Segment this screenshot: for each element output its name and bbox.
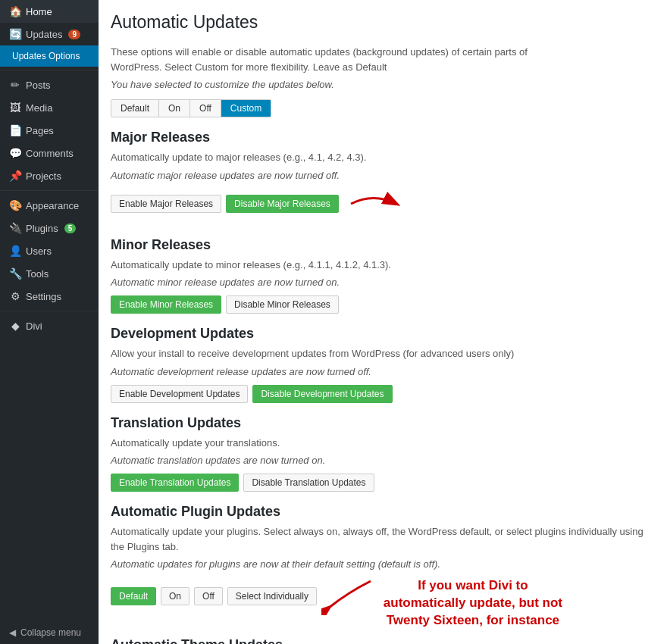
disable-major-releases-btn[interactable]: Disable Major Releases bbox=[226, 195, 339, 213]
enable-development-updates-btn[interactable]: Enable Development Updates bbox=[111, 385, 248, 403]
plugin-updates-status: Automatic updates for plugins are now at… bbox=[111, 558, 655, 570]
arrow-major bbox=[343, 189, 404, 219]
sidebar-item-users[interactable]: 👤 Users bbox=[0, 239, 99, 262]
sidebar-item-appearance[interactable]: 🎨 Appearance bbox=[0, 194, 99, 217]
page-top-desc: These options will enable or disable aut… bbox=[111, 45, 565, 74]
development-updates-section: Development Updates Allow your install t… bbox=[111, 326, 655, 403]
projects-icon: 📌 bbox=[9, 170, 21, 182]
plugins-icon: 🔌 bbox=[9, 222, 21, 234]
minor-releases-desc: Automatically update to minor releases (… bbox=[111, 258, 655, 273]
media-icon: 🖼 bbox=[9, 102, 21, 114]
divider-1 bbox=[0, 70, 99, 70]
mode-on-btn[interactable]: On bbox=[159, 100, 190, 117]
mode-custom-btn[interactable]: Custom bbox=[221, 100, 271, 117]
translation-updates-desc: Automatically update your translations. bbox=[111, 436, 655, 451]
sidebar-item-comments[interactable]: 💬 Comments bbox=[0, 142, 99, 164]
sidebar-item-updates-options[interactable]: Updates Options bbox=[0, 45, 99, 67]
sidebar-item-media[interactable]: 🖼 Media bbox=[0, 96, 99, 119]
home-icon: 🏠 bbox=[9, 5, 21, 17]
plugin-select-individually-btn[interactable]: Select Individually bbox=[227, 587, 317, 605]
annotation-plugin: If you want Divi to automatically update… bbox=[382, 577, 564, 630]
development-updates-title: Development Updates bbox=[111, 326, 655, 342]
major-releases-desc: Automatically update to major releases (… bbox=[111, 150, 655, 165]
sidebar-item-tools[interactable]: 🔧 Tools bbox=[0, 262, 99, 285]
major-releases-btn-group: Enable Major Releases Disable Major Rele… bbox=[111, 195, 339, 213]
minor-releases-title: Minor Releases bbox=[111, 237, 655, 253]
arrow-plugin bbox=[321, 577, 374, 615]
divi-icon: ◆ bbox=[9, 320, 21, 332]
translation-updates-btn-group: Enable Translation Updates Disable Trans… bbox=[111, 474, 655, 492]
enable-minor-releases-btn[interactable]: Enable Minor Releases bbox=[111, 295, 221, 314]
mode-off-btn[interactable]: Off bbox=[190, 100, 221, 117]
minor-releases-btn-group: Enable Minor Releases Disable Minor Rele… bbox=[111, 295, 655, 314]
content-scroll: Automatic Updates These options will ena… bbox=[99, 0, 667, 644]
major-releases-status: Automatic major release updates are now … bbox=[111, 170, 655, 181]
development-updates-desc: Allow your install to receive developmen… bbox=[111, 346, 655, 361]
translation-updates-status: Automatic translation updates are now tu… bbox=[111, 455, 655, 466]
mode-default-btn[interactable]: Default bbox=[111, 100, 159, 117]
updates-badge: 9 bbox=[68, 30, 80, 39]
translation-updates-title: Translation Updates bbox=[111, 415, 655, 431]
theme-updates-section: Automatic Theme Updates Automatically up… bbox=[111, 637, 655, 644]
disable-development-updates-btn[interactable]: Disable Development Updates bbox=[252, 385, 392, 403]
major-releases-title: Major Releases bbox=[111, 130, 655, 145]
custom-notice: You have selected to customize the updat… bbox=[111, 79, 655, 90]
sidebar-item-projects[interactable]: 📌 Projects bbox=[0, 164, 99, 187]
sidebar-item-updates[interactable]: 🔄 Updates 9 bbox=[0, 23, 99, 45]
main-content: Automatic Updates These options will ena… bbox=[99, 0, 667, 644]
plugin-updates-title: Automatic Plugin Updates bbox=[111, 504, 655, 520]
disable-translation-updates-btn[interactable]: Disable Translation Updates bbox=[243, 474, 374, 492]
minor-releases-status: Automatic minor release updates are now … bbox=[111, 277, 655, 288]
collapse-menu-button[interactable]: ◀ Collapse menu bbox=[0, 621, 99, 644]
enable-major-releases-btn[interactable]: Enable Major Releases bbox=[111, 195, 221, 213]
plugin-off-btn[interactable]: Off bbox=[194, 587, 223, 605]
sidebar-item-plugins[interactable]: 🔌 Plugins 5 bbox=[0, 217, 99, 239]
page-title: Automatic Updates bbox=[111, 9, 655, 33]
translation-updates-section: Translation Updates Automatically update… bbox=[111, 415, 655, 492]
plugin-updates-section: Automatic Plugin Updates Automatically u… bbox=[111, 504, 655, 630]
development-updates-btn-group: Enable Development Updates Disable Devel… bbox=[111, 385, 655, 403]
posts-icon: ✏ bbox=[9, 79, 21, 91]
updates-icon: 🔄 bbox=[9, 28, 21, 40]
plugins-badge: 5 bbox=[64, 224, 77, 233]
plugin-updates-desc: Automatically update your plugins. Selec… bbox=[111, 524, 655, 554]
update-mode-selector: Default On Off Custom bbox=[111, 99, 271, 117]
collapse-icon: ◀ bbox=[9, 627, 16, 638]
sidebar-item-pages[interactable]: 📄 Pages bbox=[0, 119, 99, 142]
users-icon: 👤 bbox=[9, 245, 21, 257]
tools-icon: 🔧 bbox=[9, 267, 21, 280]
settings-icon: ⚙ bbox=[9, 290, 21, 302]
development-updates-status: Automatic development release updates ar… bbox=[111, 366, 655, 377]
sidebar-item-divi[interactable]: ◆ Divi bbox=[0, 314, 99, 337]
sidebar: 🏠 Home 🔄 Updates 9 Updates Options ✏ Pos… bbox=[0, 0, 99, 644]
sidebar-item-settings[interactable]: ⚙ Settings bbox=[0, 285, 99, 308]
divider-2 bbox=[0, 190, 99, 191]
pages-icon: 📄 bbox=[9, 124, 21, 136]
plugin-default-btn[interactable]: Default bbox=[111, 587, 156, 605]
enable-translation-updates-btn[interactable]: Enable Translation Updates bbox=[111, 474, 239, 492]
minor-releases-section: Minor Releases Automatically update to m… bbox=[111, 237, 655, 314]
sidebar-item-posts[interactable]: ✏ Posts bbox=[0, 73, 99, 96]
divider-3 bbox=[0, 311, 99, 311]
sidebar-item-home[interactable]: 🏠 Home bbox=[0, 0, 99, 23]
major-releases-section: Major Releases Automatically update to m… bbox=[111, 130, 655, 234]
theme-updates-title: Automatic Theme Updates bbox=[111, 637, 655, 644]
disable-minor-releases-btn[interactable]: Disable Minor Releases bbox=[226, 295, 339, 314]
appearance-icon: 🎨 bbox=[9, 199, 21, 211]
comments-icon: 💬 bbox=[9, 147, 21, 159]
plugin-on-btn[interactable]: On bbox=[161, 587, 189, 605]
